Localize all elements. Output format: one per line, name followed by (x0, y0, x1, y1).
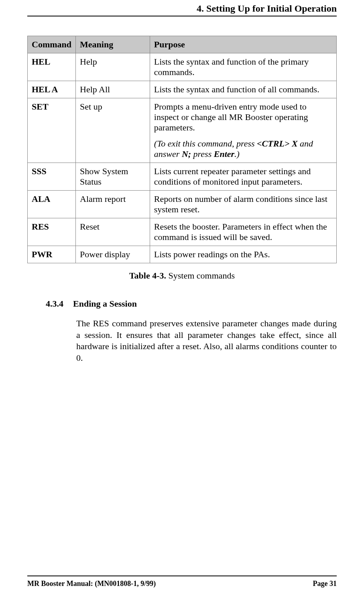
cell-purpose: Prompts a menu-driven entry mode used to… (150, 98, 336, 163)
cell-meaning: Set up (76, 98, 150, 163)
note-part: (To exit this command, press (154, 138, 257, 148)
page-footer: MR Booster Manual: (MN001808-1, 9/99) Pa… (27, 571, 337, 588)
table-row: PWR Power display Lists power readings o… (28, 246, 337, 263)
section-number: 4.3.4 (46, 299, 63, 309)
cell-purpose-text: Prompts a menu-driven entry mode used to… (154, 102, 332, 133)
footer-right: Page 31 (313, 580, 337, 588)
cell-command: SSS (28, 163, 76, 191)
table-header-row: Command Meaning Purpose (28, 36, 337, 53)
note-part: .) (234, 149, 240, 159)
caption-text: System commands (166, 271, 235, 281)
cell-purpose: Resets the booster. Parameters in effect… (150, 218, 336, 246)
section-ending-a-session: 4.3.4 Ending a Session The RES command p… (27, 299, 337, 364)
cell-command: RES (28, 218, 76, 246)
table-caption: Table 4-3. System commands (27, 271, 337, 281)
table-row: HEL Help Lists the syntax and function o… (28, 53, 337, 81)
cell-meaning: Reset (76, 218, 150, 246)
note-ctrl: <CTRL> X (257, 138, 297, 148)
table-row: HEL A Help All Lists the syntax and func… (28, 81, 337, 98)
section-heading: 4.3.4 Ending a Session (27, 299, 337, 309)
cell-purpose: Lists the syntax and function of the pri… (150, 53, 336, 81)
cell-purpose: Lists current repeater parameter setting… (150, 163, 336, 191)
cell-command: HEL A (28, 81, 76, 98)
note-part: press (191, 149, 214, 159)
cell-purpose: Reports on number of alarm conditions si… (150, 191, 336, 218)
table-row: ALA Alarm report Reports on number of al… (28, 191, 337, 218)
cell-meaning: Help (76, 53, 150, 81)
cell-purpose: Lists the syntax and function of all com… (150, 81, 336, 98)
cell-meaning: Show System Status (76, 163, 150, 191)
note-n: N; (182, 149, 191, 159)
page-header-title: 4. Setting Up for Initial Operation (27, 0, 337, 14)
cell-command: ALA (28, 191, 76, 218)
col-purpose: Purpose (150, 36, 336, 53)
col-command: Command (28, 36, 76, 53)
caption-label: Table 4-3. (129, 271, 166, 281)
table-row: RES Reset Resets the booster. Parameters… (28, 218, 337, 246)
section-body: The RES command preserves extensive para… (27, 318, 337, 364)
cell-meaning: Alarm report (76, 191, 150, 218)
system-commands-table: Command Meaning Purpose HEL Help Lists t… (27, 36, 337, 263)
cell-command: SET (28, 98, 76, 163)
cell-meaning: Help All (76, 81, 150, 98)
cell-purpose-note: (To exit this command, press <CTRL> X an… (154, 138, 332, 159)
table-row: SET Set up Prompts a menu-driven entry m… (28, 98, 337, 163)
cell-command: HEL (28, 53, 76, 81)
header-rule (27, 16, 337, 16)
footer-rule (27, 576, 337, 576)
section-title: Ending a Session (73, 299, 137, 309)
cell-meaning: Power display (76, 246, 150, 263)
cell-purpose: Lists power readings on the PAs. (150, 246, 336, 263)
table-row: SSS Show System Status Lists current rep… (28, 163, 337, 191)
footer-left: MR Booster Manual: (MN001808-1, 9/99) (27, 580, 156, 588)
col-meaning: Meaning (76, 36, 150, 53)
cell-command: PWR (28, 246, 76, 263)
note-enter: Enter (214, 149, 234, 159)
